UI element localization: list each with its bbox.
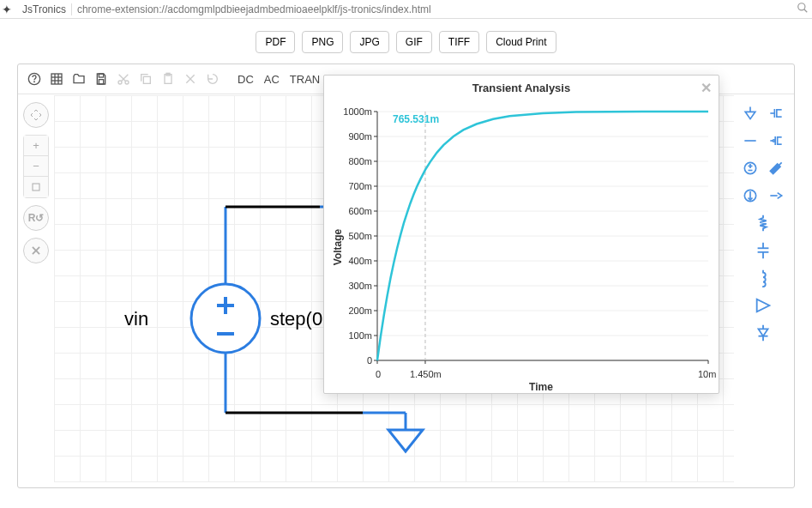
paste-icon <box>159 70 177 88</box>
source-name-label: vin <box>124 308 148 330</box>
popup-title: Transient Analysis <box>472 82 570 94</box>
pan-icon[interactable] <box>23 102 49 128</box>
svg-rect-9 <box>99 74 103 77</box>
svg-rect-4 <box>51 74 62 84</box>
analysis-dc-button[interactable]: DC <box>234 73 257 86</box>
svg-marker-30 <box>388 430 423 451</box>
analysis-ac-button[interactable]: AC <box>261 73 283 86</box>
copy-icon <box>136 70 155 88</box>
zoom-out-button[interactable]: − <box>24 156 48 177</box>
source-value-label: step(0, <box>270 308 328 330</box>
help-icon[interactable] <box>25 70 44 88</box>
svg-rect-20 <box>33 184 39 190</box>
transient-analysis-popup: Transient Analysis ✕ Voltage Time 765.53… <box>323 75 719 394</box>
search-icon[interactable] <box>797 2 809 16</box>
component-wire-icon[interactable] <box>739 130 761 152</box>
analysis-tran-button[interactable]: TRAN <box>286 73 323 86</box>
export-toolbar: PDF PNG JPG GIF TIFF Cloud Print <box>0 19 812 64</box>
popup-title-bar[interactable]: Transient Analysis ✕ <box>324 76 719 100</box>
component-diode-icon[interactable] <box>752 322 774 344</box>
component-ground-icon[interactable] <box>739 102 761 124</box>
component-opamp-icon[interactable] <box>752 294 774 317</box>
svg-rect-10 <box>99 80 103 84</box>
app-name: JsTronics <box>17 3 72 15</box>
component-isource-icon[interactable] <box>739 184 761 207</box>
url-text: chrome-extension://acdomgmlpdbieejadmbed… <box>72 3 797 15</box>
transient-chart[interactable]: Voltage Time 765.531m 0 100m 200m 300m 4… <box>324 100 719 395</box>
browser-url-bar: ✦ JsTronics chrome-extension://acdomgmlp… <box>0 0 812 19</box>
component-resistor-icon[interactable] <box>752 212 774 234</box>
export-gif-button[interactable]: GIF <box>396 31 432 53</box>
component-probe-icon[interactable] <box>765 157 787 179</box>
svg-marker-36 <box>745 112 755 118</box>
reset-button[interactable]: R↺ <box>23 205 49 231</box>
svg-marker-61 <box>757 299 770 312</box>
delete-icon <box>181 70 200 88</box>
export-cloud-print-button[interactable]: Cloud Print <box>486 31 556 53</box>
grid-icon[interactable] <box>47 70 66 88</box>
component-nmos-icon[interactable] <box>765 102 787 124</box>
export-tiff-button[interactable]: TIFF <box>439 31 479 53</box>
clear-button[interactable] <box>23 238 49 263</box>
svg-point-3 <box>34 82 35 82</box>
chart-x-axis-label: Time <box>529 381 553 393</box>
svg-marker-63 <box>759 329 768 336</box>
circuit-drawing: vin step(0, <box>88 198 363 495</box>
save-icon[interactable] <box>92 70 111 88</box>
chart-svg <box>324 100 720 374</box>
export-pdf-button[interactable]: PDF <box>256 31 295 53</box>
close-icon[interactable]: ✕ <box>701 80 712 96</box>
export-png-button[interactable]: PNG <box>302 31 343 53</box>
cut-icon <box>114 70 133 88</box>
rotate-icon <box>203 70 222 88</box>
svg-line-1 <box>804 9 808 13</box>
zoom-in-button[interactable]: + <box>24 136 48 156</box>
component-pmos-icon[interactable] <box>765 130 787 152</box>
open-icon[interactable] <box>69 70 88 88</box>
svg-rect-15 <box>143 76 150 83</box>
svg-line-53 <box>779 162 781 165</box>
component-node-icon[interactable] <box>765 184 787 207</box>
svg-point-31 <box>191 284 260 353</box>
export-jpg-button[interactable]: JPG <box>350 31 388 53</box>
view-controls: + − R↺ <box>23 102 49 263</box>
component-palette <box>737 102 789 482</box>
zoom-fit-button[interactable] <box>24 177 48 197</box>
component-vsource-icon[interactable] <box>739 157 761 179</box>
component-inductor-icon[interactable] <box>752 267 774 289</box>
workspace: DC AC TRAN + − R↺ <box>17 64 795 488</box>
svg-point-0 <box>798 3 805 10</box>
bookmark-star-icon[interactable]: ✦ <box>2 3 12 16</box>
component-capacitor-icon[interactable] <box>752 239 774 262</box>
